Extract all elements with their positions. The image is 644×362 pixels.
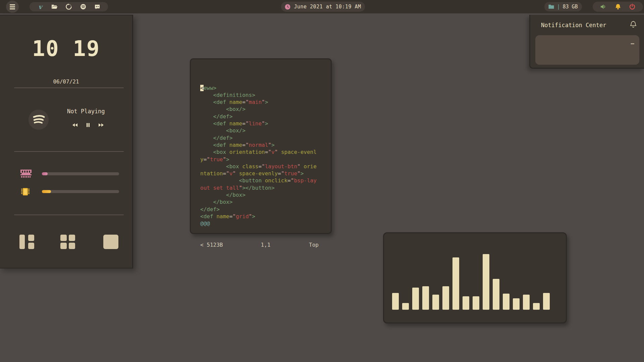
pause-icon[interactable]: [85, 122, 91, 128]
spotify-arcs-icon: [31, 113, 46, 126]
volume-icon[interactable]: [600, 3, 607, 10]
system-controls: [593, 2, 643, 12]
clock-icon: [285, 4, 290, 10]
visualizer-bar: [392, 293, 399, 310]
hamburger-icon: [10, 4, 15, 5]
memory-slider-fill: [42, 172, 48, 175]
bell-icon[interactable]: [614, 3, 622, 10]
sidebar-panel: 10 19 06/07/21 Not Playing: [0, 15, 133, 268]
datetime-label: June 2021 at 10:19 AM: [294, 4, 361, 10]
file-size-indicator: < 5123B: [200, 241, 261, 248]
visualizer-bar: [503, 294, 509, 310]
visualizer-bar: [442, 286, 449, 310]
player-controls: [71, 122, 104, 128]
power-icon[interactable]: [629, 3, 636, 10]
disk-usage-label: 83 GB: [562, 4, 578, 10]
code-line: <box class="layout-btn" orie: [200, 163, 321, 170]
clock-display: 10 19: [0, 36, 132, 61]
code-line: <box orientation="v" space-evenl: [200, 148, 321, 156]
code-area[interactable]: <eww> <definitions> <def name="main"> <b…: [200, 84, 321, 227]
visualizer-bar: [513, 298, 520, 310]
disk-widget: | 83 GB: [544, 2, 582, 11]
visualizer-bar: [483, 254, 489, 310]
app-launcher-dock: v: [30, 2, 108, 11]
code-line: </def>: [200, 113, 321, 120]
next-track-icon[interactable]: [98, 122, 104, 128]
visualizer-bar: [402, 303, 409, 310]
divider: [14, 215, 124, 215]
player-status: Not Playing: [67, 108, 105, 115]
notification-card[interactable]: …: [535, 35, 639, 65]
visualizer-bar: [533, 303, 540, 310]
code-line: <def name="normal">: [200, 141, 321, 148]
separator: |: [557, 4, 560, 10]
memory-icon: [20, 169, 32, 179]
datetime-widget[interactable]: June 2021 at 10:19 AM: [281, 2, 365, 12]
code-line: <button onclick="bsp-lay: [200, 177, 321, 184]
code-line: out set tall"></button>: [200, 184, 321, 191]
notification-center-title: Notification Center: [541, 22, 606, 28]
visualizer-bars: [392, 254, 550, 310]
cursor-position: 1,1: [261, 241, 271, 248]
visualizer-bar: [452, 257, 459, 310]
brightness-slider[interactable]: [42, 190, 119, 193]
spotify-icon[interactable]: [79, 3, 87, 10]
card-menu-dots[interactable]: …: [631, 39, 634, 46]
visualizer-bar: [493, 279, 499, 310]
spotify-button[interactable]: [29, 110, 49, 130]
visualizer-bar: [523, 295, 530, 310]
code-line: </box>: [200, 191, 321, 198]
date-label: 06/07/21: [0, 78, 132, 85]
code-line: <box/>: [200, 127, 321, 134]
layout-tall-button[interactable]: [19, 235, 35, 249]
code-line: <def name="main">: [200, 99, 321, 106]
vim-icon[interactable]: v: [37, 3, 44, 10]
code-line: <def name="line">: [200, 120, 321, 127]
divider: [14, 151, 124, 152]
discord-icon[interactable]: [94, 3, 101, 10]
audio-visualizer-panel: [383, 232, 567, 323]
vim-editor-window[interactable]: <eww> <definitions> <def name="main"> <b…: [190, 58, 332, 234]
code-line: ntation="v" space-evenly="true">: [200, 170, 321, 177]
top-bar: v: [0, 0, 644, 13]
brightness-slider-fill: [42, 190, 51, 193]
visualizer-bar: [422, 286, 429, 310]
visualizer-bar: [543, 293, 550, 310]
firefox-icon[interactable]: [65, 3, 72, 10]
code-line: <definitions>: [200, 92, 321, 99]
code-line: </def>: [200, 134, 321, 141]
layout-grid-button[interactable]: [60, 235, 75, 249]
code-line: y="true">: [200, 156, 321, 163]
folder-icon: [548, 4, 554, 9]
visualizer-bar: [463, 296, 469, 310]
brightness-chip-icon: [21, 187, 30, 198]
menu-button[interactable]: [6, 1, 19, 13]
visualizer-bar: [412, 288, 419, 310]
layout-monocle-button[interactable]: [103, 235, 118, 249]
code-line: </box>: [200, 198, 321, 205]
vim-statusline: < 5123B 1,1 Top: [200, 241, 321, 248]
divider: [14, 87, 124, 88]
visualizer-bar: [432, 295, 439, 310]
files-icon[interactable]: [51, 3, 58, 10]
memory-slider[interactable]: [42, 172, 119, 175]
scroll-position: Top: [309, 241, 319, 248]
code-line: <box/>: [200, 106, 321, 113]
code-line: <def name="grid">: [200, 213, 321, 220]
code-line: @@@: [200, 220, 321, 227]
code-line: </def>: [200, 206, 321, 213]
code-line: <eww>: [200, 84, 321, 92]
visualizer-bar: [473, 296, 479, 310]
bell-outline-icon[interactable]: [630, 21, 637, 29]
previous-track-icon[interactable]: [71, 122, 78, 128]
notification-center-panel: Notification Center …: [529, 15, 644, 69]
